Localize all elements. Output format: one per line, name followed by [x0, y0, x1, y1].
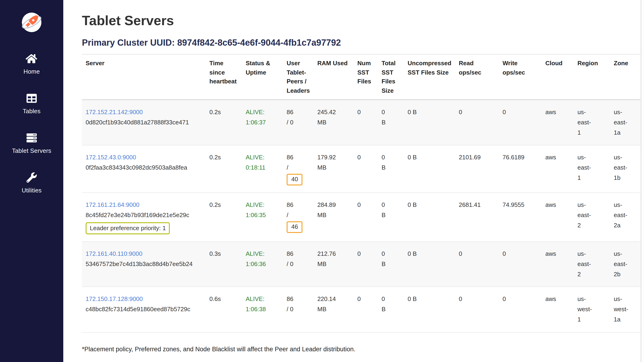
- server-link[interactable]: 172.152.43.0:9000: [86, 154, 136, 161]
- cell-status: ALIVE:1:06:38: [242, 287, 283, 332]
- cell-write-ops: 0: [499, 100, 542, 145]
- cell-total-sst: 0B: [378, 287, 404, 332]
- cell-total-sst: 0B: [378, 242, 404, 287]
- column-header-total-sst: Total SST Files Size: [378, 54, 404, 100]
- cell-read-ops: 2681.41: [455, 193, 499, 242]
- server-uuid: 0f2faa3c834343c0982dc9503a8a8fea: [86, 163, 202, 173]
- home-icon: [26, 53, 38, 64]
- cell-num-sst: 0: [354, 145, 378, 193]
- cell-heartbeat: 0.2s: [206, 145, 242, 193]
- cluster-load-status: Cluster Load is Balanced: [94, 360, 194, 362]
- sidebar-item-label: Home: [24, 68, 40, 75]
- cell-write-ops: 74.9555: [499, 193, 542, 242]
- cell-cloud: aws: [542, 145, 574, 193]
- cell-status: ALIVE:1:06:36: [242, 242, 283, 287]
- cell-ram: 179.92MB: [314, 145, 354, 193]
- cell-num-sst: 0: [354, 287, 378, 332]
- status-uptime: ALIVE:1:06:36: [246, 250, 266, 267]
- cell-peers: 86/ 0: [283, 287, 314, 332]
- cell-peers: 86/ 0: [283, 242, 314, 287]
- status-uptime: ALIVE:0:18:11: [246, 154, 266, 171]
- cell-uncompressed-sst: 0 B: [404, 193, 455, 242]
- sidebar: Home Tables Tablet Servers Utilities: [0, 0, 63, 362]
- cell-num-sst: 0: [354, 100, 378, 145]
- server-row: 172.152.21.142:90000d820cf1b93c40d881a27…: [82, 100, 640, 145]
- sidebar-item-tables[interactable]: Tables: [23, 93, 40, 115]
- cell-server: 172.161.40.110:900053467572be7c4d13b3ac8…: [82, 242, 206, 287]
- cell-cloud: aws: [542, 242, 574, 287]
- sidebar-item-tablet-servers[interactable]: Tablet Servers: [12, 132, 52, 154]
- cell-uncompressed-sst: 0 B: [404, 242, 455, 287]
- cell-region: us-east-2: [574, 193, 610, 242]
- cell-server: 172.152.21.142:90000d820cf1b93c40d881a27…: [82, 100, 206, 145]
- status-uptime: ALIVE:1:06:35: [246, 202, 266, 219]
- cell-total-sst: 0B: [378, 193, 404, 242]
- cell-cloud: aws: [542, 193, 574, 242]
- column-header-num-sst: Num SST Files: [354, 54, 378, 100]
- server-row: 172.161.40.110:900053467572be7c4d13b3ac8…: [82, 242, 640, 287]
- main-content: Tablet Servers Primary Cluster UUID: 897…: [63, 0, 644, 362]
- tables-icon: [26, 93, 37, 104]
- leader-count-highlight: 46: [287, 222, 303, 233]
- column-header-peers: User Tablet-Peers / Leaders: [283, 54, 314, 100]
- cell-zone: us-east-2a: [610, 193, 640, 242]
- sidebar-item-label: Utilities: [22, 187, 42, 194]
- cell-heartbeat: 0.2s: [206, 100, 242, 145]
- cell-ram: 220.14MB: [314, 287, 354, 332]
- column-header-heartbeat: Time since heartbeat: [206, 54, 242, 100]
- server-row: 172.152.43.0:90000f2faa3c834343c0982dc95…: [82, 145, 640, 193]
- sidebar-item-label: Tables: [23, 108, 40, 115]
- cell-zone: us-west-1a: [610, 287, 640, 332]
- column-header-status: Status & Uptime: [242, 54, 283, 100]
- cell-status: ALIVE:1:06:35: [242, 193, 283, 242]
- cluster-uuid-heading: Primary Cluster UUID: 8974f842-8c65-4e6f…: [82, 37, 639, 49]
- server-uuid: c48bc82fc7314d5e91860eed87b5729c: [86, 304, 202, 315]
- cell-heartbeat: 0.6s: [206, 287, 242, 332]
- cell-zone: us-east-1a: [610, 100, 640, 145]
- scrollbar-track: [641, 0, 644, 362]
- server-link[interactable]: 172.152.21.142:9000: [86, 109, 143, 116]
- column-header-read-ops: Read ops/sec: [455, 54, 499, 100]
- leader-count-highlight: 40: [287, 174, 303, 186]
- cell-status: ALIVE:0:18:11: [242, 145, 283, 193]
- cell-read-ops: 2101.69: [455, 145, 499, 193]
- cell-peers: 86/ 0: [283, 100, 314, 145]
- cell-server: 172.150.17.128:9000c48bc82fc7314d5e91860…: [82, 287, 206, 332]
- cell-region: us-east-1: [574, 145, 610, 193]
- cell-read-ops: 0: [455, 100, 499, 145]
- sidebar-item-utilities[interactable]: Utilities: [22, 172, 42, 194]
- column-header-ram: RAM Used: [314, 54, 354, 100]
- server-uuid: 0d820cf1b93c40d881a27888f33ce471: [86, 117, 202, 128]
- cell-uncompressed-sst: 0 B: [404, 145, 455, 193]
- cell-region: us-west-1: [574, 287, 610, 332]
- cell-zone: us-east-1b: [610, 145, 640, 193]
- cell-num-sst: 0: [354, 242, 378, 287]
- cell-uncompressed-sst: 0 B: [404, 287, 455, 332]
- table-header-row: ServerTime since heartbeatStatus & Uptim…: [82, 54, 640, 100]
- cell-cloud: aws: [542, 100, 574, 145]
- table-body: 172.152.21.142:90000d820cf1b93c40d881a27…: [82, 100, 640, 332]
- column-header-region: Region: [574, 54, 610, 100]
- column-header-zone: Zone: [610, 54, 640, 100]
- placement-footnote: *Placement policy, Preferred zones, and …: [82, 344, 639, 354]
- cluster-load-banner: Cluster Load is Balanced: [82, 360, 639, 362]
- cell-peers: 86/40: [283, 145, 314, 193]
- server-uuid: 53467572be7c4d13b3ac88d4b7ee5b24: [86, 259, 202, 269]
- cell-peers: 86/46: [283, 193, 314, 242]
- sidebar-item-label: Tablet Servers: [12, 147, 52, 154]
- column-header-cloud: Cloud: [542, 54, 574, 100]
- cell-total-sst: 0B: [378, 145, 404, 193]
- server-link[interactable]: 172.161.21.64:9000: [86, 202, 139, 209]
- cell-write-ops: 0: [499, 287, 542, 332]
- cell-ram: 284.89MB: [314, 193, 354, 242]
- server-row: 172.161.21.64:90008c45fd27e3e24b7b93f169…: [82, 193, 640, 242]
- yugabyte-logo[interactable]: [20, 11, 43, 34]
- cell-heartbeat: 0.3s: [206, 242, 242, 287]
- column-header-uncompressed-sst: Uncompressed SST Files Size: [404, 54, 455, 100]
- cell-status: ALIVE:1:06:37: [242, 100, 283, 145]
- cell-uncompressed-sst: 0 B: [404, 100, 455, 145]
- sidebar-item-home[interactable]: Home: [24, 53, 40, 75]
- server-link[interactable]: 172.161.40.110:9000: [86, 250, 142, 257]
- cell-read-ops: 0: [455, 242, 499, 287]
- server-link[interactable]: 172.150.17.128:9000: [86, 295, 143, 302]
